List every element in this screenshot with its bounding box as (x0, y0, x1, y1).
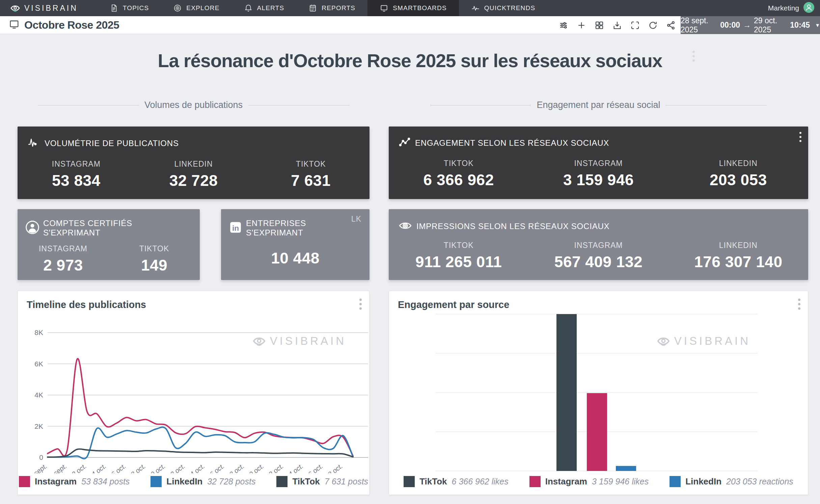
legend-linkedin[interactable]: LinkedIn 203 053 reactions (669, 476, 793, 487)
nav-quicktrends[interactable]: QUICKTRENDS (459, 0, 548, 16)
pulse-icon (471, 4, 480, 12)
top-nav: VISIBRAIN TOPICS EXPLORE (0, 0, 820, 16)
svg-text:in: in (232, 224, 239, 232)
card-title: IMPRESSIONS SELON LES RÉSEAUX SOCIAUX (416, 222, 609, 231)
svg-text:22 oct.: 22 oct. (264, 462, 285, 473)
swatch-instagram (19, 476, 30, 487)
swatch-instagram (529, 476, 541, 487)
legend-instagram[interactable]: Instagram 53 834 posts (19, 476, 130, 487)
avatar (803, 2, 815, 15)
svg-text:6K: 6K (34, 360, 43, 368)
document-icon (110, 4, 118, 12)
smartboard-icon (9, 19, 20, 31)
share-button[interactable] (665, 20, 677, 31)
kpi-card-volumetrie: VOLUMÉTRIE DE PUBLICATIONS INSTAGRAM 53 … (18, 127, 370, 199)
main-menu: TOPICS EXPLORE ALERTS (98, 0, 548, 16)
svg-text:2K: 2K (34, 422, 43, 430)
nav-explore[interactable]: EXPLORE (161, 0, 231, 16)
fullscreen-button[interactable] (629, 20, 641, 31)
svg-text:8K: 8K (34, 329, 43, 336)
date-start: 28 sept. 2025 (681, 16, 717, 34)
legend-tiktok[interactable]: TikTok 7 631 posts (276, 476, 368, 487)
svg-text:12 oct.: 12 oct. (166, 462, 186, 473)
kpi-card-impressions: IMPRESSIONS SELON LES RÉSEAUX SOCIAUX TI… (389, 209, 808, 280)
svg-text:26 oct.: 26 oct. (303, 462, 324, 473)
nav-alerts[interactable]: ALERTS (232, 0, 297, 16)
kpi-card-engagement: ENGAGEMENT SELON LES RÉSEAUX SOCIAUX TIK… (389, 127, 808, 199)
date-end: 29 oct. 2025 (754, 16, 787, 34)
card-title: ENGAGEMENT SELON LES RÉSEAUX SOCIAUX (415, 138, 609, 148)
arrow-right-icon: → (743, 21, 751, 30)
brand-name: VISIBRAIN (24, 4, 78, 13)
metric-linkedin: LINKEDIN 176 307 140 (668, 241, 808, 271)
swatch-linkedin (669, 476, 681, 487)
chart-menu-kebab[interactable] (359, 299, 362, 310)
timeline-chart-card: Timeline des publications VISIBRAIN 8K6K… (18, 291, 370, 495)
metric-tiktok: TIKTOK 149 (109, 244, 200, 274)
nav-smartboards[interactable]: SMARTBOARDS (367, 0, 459, 16)
kpi-card-entreprises: LK in ENTREPRISES S'EXPRIMANT 10 448 (221, 209, 370, 280)
svg-text:8 oct.: 8 oct. (129, 462, 147, 473)
calendar-icon (308, 4, 317, 12)
timeline-chart[interactable]: 8K6K4K2K028 sept.30 sept.2 oct.4 oct.6 o… (18, 311, 370, 473)
metric-instagram: INSTAGRAM 53 834 (18, 160, 135, 190)
pulse-icon (27, 136, 40, 151)
swatch-linkedin (151, 476, 162, 487)
svg-text:10 oct.: 10 oct. (146, 462, 167, 473)
user-name: Marketing (768, 4, 799, 12)
eye-icon (173, 4, 182, 12)
metric-tiktok: TIKTOK 7 631 (252, 160, 370, 190)
add-widget-button[interactable] (576, 20, 587, 31)
svg-text:28 oct.: 28 oct. (323, 462, 344, 473)
nav-reports[interactable]: REPORTS (296, 0, 367, 16)
linkedin-icon: in (228, 220, 243, 236)
user-menu[interactable]: Marketing (768, 0, 820, 16)
date-range-picker[interactable]: 28 sept. 2025 00:00 → 29 oct. 2025 10:45… (681, 16, 820, 34)
timeline-legend: Instagram 53 834 posts LinkedIn 32 728 p… (18, 476, 369, 487)
svg-text:24 oct.: 24 oct. (284, 462, 305, 473)
section-volumes: Volumes de publications (18, 100, 370, 110)
card-title: VOLUMÉTRIE DE PUBLICATIONS (45, 139, 179, 148)
section-volumes-label: Volumes de publications (144, 100, 243, 110)
legend-instagram[interactable]: Instagram 3 159 946 likes (529, 476, 649, 487)
svg-text:4K: 4K (34, 391, 43, 399)
page-menu-kebab[interactable] (692, 51, 695, 62)
nav-topics[interactable]: TOPICS (98, 0, 161, 16)
svg-text:4 oct.: 4 oct. (90, 462, 108, 473)
layout-grid-button[interactable] (594, 20, 605, 31)
chart-menu-kebab[interactable] (798, 299, 800, 310)
metric-tiktok: TIKTOK 6 366 962 (389, 159, 528, 189)
svg-text:18 oct.: 18 oct. (225, 462, 245, 473)
certified-account-icon (25, 220, 40, 236)
chart-title: Timeline des publications (27, 299, 146, 310)
svg-text:28 sept.: 28 sept. (25, 462, 48, 473)
page-title: La résonance d'Octobre Rose 2025 sur les… (0, 50, 820, 72)
chart-title: Engagement par source (398, 299, 509, 310)
svg-text:2 oct.: 2 oct. (70, 462, 88, 473)
refresh-button[interactable] (647, 20, 659, 31)
svg-text:0: 0 (39, 453, 43, 461)
svg-text:14 oct.: 14 oct. (186, 462, 206, 473)
kpi-card-comptes-certifies: COMPTES CERTIFIÉS S'EXPRIMANT INSTAGRAM … (18, 209, 200, 280)
legend-linkedin[interactable]: LinkedIn 32 728 posts (151, 476, 255, 487)
swatch-tiktok (276, 476, 288, 487)
engagement-chart[interactable] (389, 311, 809, 473)
line-chart-icon (398, 136, 411, 150)
card-menu-kebab[interactable] (799, 132, 801, 142)
time-end: 10:45 (790, 21, 810, 30)
chevron-down-icon: ▼ (815, 22, 820, 28)
legend-tiktok[interactable]: TikTok 6 366 962 likes (404, 476, 509, 487)
metric-linkedin: LINKEDIN 32 728 (135, 160, 252, 190)
dashboard-title: Octobre Rose 2025 (24, 19, 119, 31)
dashboard-titlebar: Octobre Rose 2025 (0, 16, 820, 34)
toolbar (558, 16, 677, 34)
brand-home-link[interactable]: VISIBRAIN (0, 0, 88, 16)
engagement-chart-card: Engagement par source VISIBRAIN TikTok 6… (389, 291, 808, 495)
swatch-tiktok (404, 476, 415, 487)
metric-linkedin: LINKEDIN 203 053 (668, 159, 808, 189)
metric-instagram: INSTAGRAM 3 159 946 (528, 159, 668, 189)
download-button[interactable] (611, 20, 623, 31)
svg-text:16 oct.: 16 oct. (205, 462, 226, 473)
filters-button[interactable] (558, 20, 569, 31)
bell-icon (244, 4, 253, 12)
